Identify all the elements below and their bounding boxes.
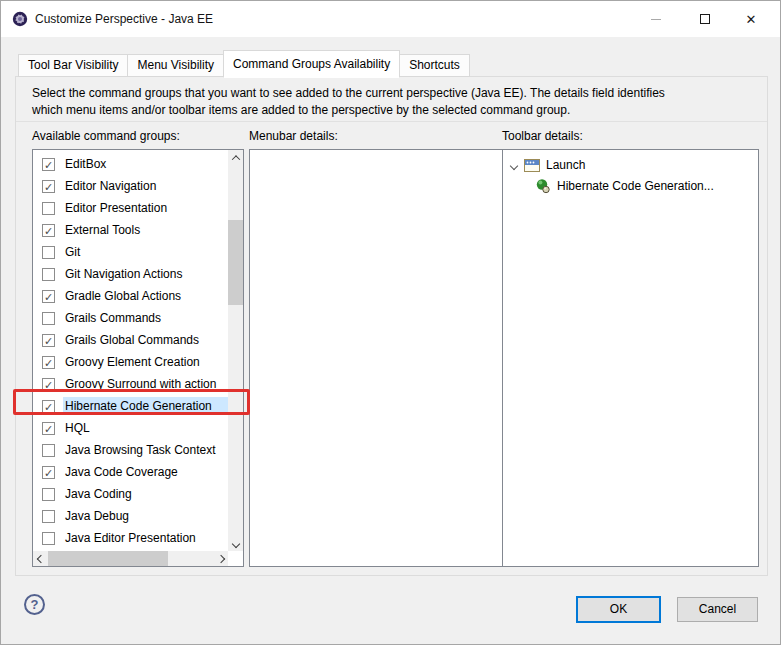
vertical-scroll-thumb[interactable] (228, 220, 243, 305)
list-item[interactable]: Java Coding (33, 483, 228, 505)
close-icon: ✕ (746, 13, 757, 26)
list-item-label: Groovy Surround with action (63, 375, 228, 393)
tab-bar: Tool Bar VisibilityMenu VisibilityComman… (18, 48, 469, 77)
chevron-right-icon (216, 554, 224, 562)
tab-tool-bar-visibility[interactable]: Tool Bar Visibility (18, 54, 128, 77)
list-item-label: Git (63, 243, 228, 261)
details-panels: Launch Hibernate Code Generation... (249, 149, 759, 567)
command-groups-rows: ✓EditBox✓Editor NavigationEditor Present… (33, 150, 228, 551)
ok-button[interactable]: OK (576, 596, 661, 623)
scroll-left-button[interactable] (33, 551, 48, 566)
list-item[interactable]: ✓EditBox (33, 153, 228, 175)
list-item-label: Java Code Coverage (63, 463, 228, 481)
hibernate-codegen-icon (535, 178, 551, 194)
customize-perspective-dialog: Customize Perspective - Java EE ✕ Tool B… (0, 0, 781, 645)
checkbox-checked-icon[interactable]: ✓ (42, 290, 55, 303)
list-item[interactable]: ✓Groovy Element Creation (33, 351, 228, 373)
list-item[interactable]: ✓External Tools (33, 219, 228, 241)
chevron-down-icon (231, 539, 239, 547)
checkbox-unchecked-icon[interactable] (42, 202, 55, 215)
toolbar-details-panel: Launch Hibernate Code Generation... (503, 150, 758, 566)
checkbox-checked-icon[interactable]: ✓ (42, 400, 55, 413)
tree-node-label: Hibernate Code Generation... (557, 179, 714, 193)
list-item-label: Editor Presentation (63, 199, 228, 217)
list-item[interactable]: ✓Java Code Coverage (33, 461, 228, 483)
list-item-label: Grails Commands (63, 309, 228, 327)
list-item[interactable]: Git Navigation Actions (33, 263, 228, 285)
cancel-button[interactable]: Cancel (677, 597, 758, 622)
list-item-label: Java Debug (63, 507, 228, 525)
list-item[interactable]: ✓Gradle Global Actions (33, 285, 228, 307)
menubar-details-panel (250, 150, 502, 566)
horizontal-scroll-thumb[interactable] (48, 551, 168, 566)
tree-expander-icon[interactable] (511, 158, 517, 172)
list-item-label: Java Browsing Task Context (63, 441, 228, 459)
checkbox-unchecked-icon[interactable] (42, 532, 55, 545)
checkbox-unchecked-icon[interactable] (42, 312, 55, 325)
checkbox-unchecked-icon[interactable] (42, 444, 55, 457)
list-item-label: External Tools (63, 221, 228, 239)
list-item[interactable]: ✓Hibernate Code Generation (33, 395, 228, 417)
checkbox-checked-icon[interactable]: ✓ (42, 334, 55, 347)
checkbox-unchecked-icon[interactable] (42, 488, 55, 501)
close-button[interactable]: ✕ (734, 1, 768, 37)
list-item[interactable]: ✓Grails Global Commands (33, 329, 228, 351)
scroll-down-button[interactable] (228, 536, 243, 551)
checkbox-checked-icon[interactable]: ✓ (42, 180, 55, 193)
window-title: Customize Perspective - Java EE (35, 12, 213, 26)
checkbox-unchecked-icon[interactable] (42, 510, 55, 523)
chevron-left-icon (36, 554, 44, 562)
tree-node-label: Launch (546, 158, 585, 172)
checkbox-checked-icon[interactable]: ✓ (42, 466, 55, 479)
list-item-label: Groovy Element Creation (63, 353, 228, 371)
description-line-2: which menu items and/or toolbar items ar… (32, 102, 752, 119)
vertical-scrollbar[interactable] (228, 150, 243, 551)
list-item[interactable]: ✓Groovy Surround with action (33, 373, 228, 395)
list-item[interactable]: Grails Commands (33, 307, 228, 329)
checkbox-checked-icon[interactable]: ✓ (42, 422, 55, 435)
list-item[interactable]: ✓Editor Navigation (33, 175, 228, 197)
checkbox-unchecked-icon[interactable] (42, 268, 55, 281)
list-item[interactable]: Git (33, 241, 228, 263)
horizontal-scrollbar[interactable] (33, 551, 228, 566)
title-bar: Customize Perspective - Java EE ✕ (1, 1, 780, 37)
list-item[interactable]: ✓HQL (33, 417, 228, 439)
checkbox-checked-icon[interactable]: ✓ (42, 356, 55, 369)
list-item[interactable]: Editor Presentation (33, 197, 228, 219)
list-item-label: EditBox (63, 155, 228, 173)
tree-node-hibernate-codegen[interactable]: Hibernate Code Generation... (535, 176, 714, 196)
toolbar-window-icon (524, 159, 540, 172)
command-groups-pane: Select the command groups that you want … (15, 76, 768, 576)
checkbox-checked-icon[interactable]: ✓ (42, 224, 55, 237)
tree-node-launch[interactable]: Launch (511, 155, 585, 175)
checkbox-unchecked-icon[interactable] (42, 246, 55, 259)
chevron-up-icon (231, 155, 239, 163)
list-item-label: HQL (63, 419, 228, 437)
tab-command-groups-availability[interactable]: Command Groups Availability (223, 50, 400, 78)
list-item[interactable]: Java Debug (33, 505, 228, 527)
description-text: Select the command groups that you want … (32, 85, 752, 119)
tab-menu-visibility[interactable]: Menu Visibility (127, 54, 223, 77)
help-button[interactable]: ? (24, 594, 45, 615)
description-line-1: Select the command groups that you want … (32, 85, 752, 102)
maximize-button[interactable] (688, 1, 722, 37)
maximize-icon (700, 14, 710, 24)
minimize-icon (651, 19, 661, 20)
checkbox-checked-icon[interactable]: ✓ (42, 158, 55, 171)
list-item[interactable]: Java Editor Presentation (33, 527, 228, 549)
toolbar-details-label: Toolbar details: (502, 129, 583, 143)
scroll-right-button[interactable] (213, 551, 228, 566)
checkbox-checked-icon[interactable]: ✓ (42, 378, 55, 391)
eclipse-app-icon (12, 11, 28, 27)
command-groups-list: ✓EditBox✓Editor NavigationEditor Present… (32, 149, 244, 567)
minimize-button[interactable] (639, 1, 673, 37)
list-item-label: Editor Navigation (63, 177, 228, 195)
tab-shortcuts[interactable]: Shortcuts (399, 54, 470, 77)
list-item-label: Grails Global Commands (63, 331, 228, 349)
list-item-label: Java Editor Presentation (63, 529, 228, 547)
list-item-label: Java Coding (63, 485, 228, 503)
list-item[interactable]: Java Browsing Task Context (33, 439, 228, 461)
list-item-label: Gradle Global Actions (63, 287, 228, 305)
separator-line (16, 121, 767, 122)
scroll-up-button[interactable] (228, 150, 243, 165)
